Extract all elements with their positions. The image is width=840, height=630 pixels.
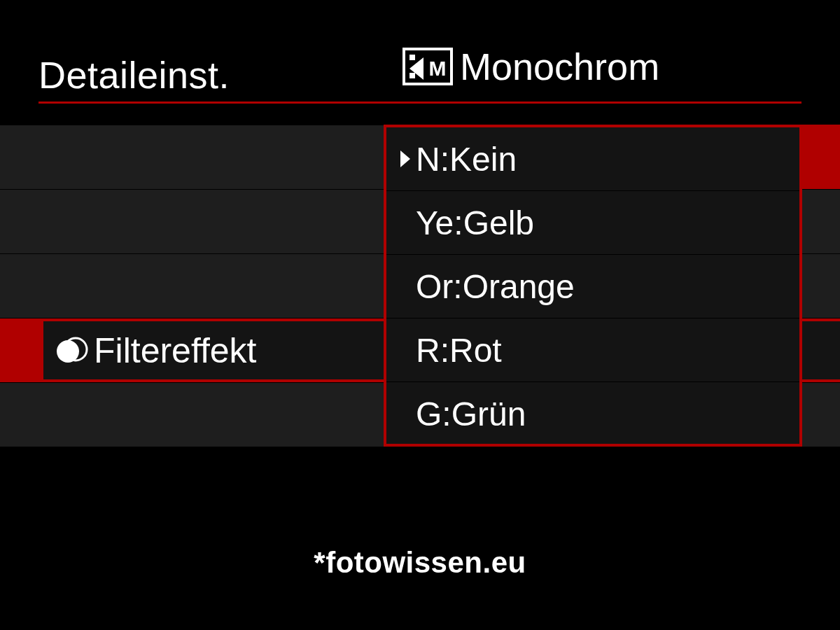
watermark-text: *fotowissen.eu <box>0 546 840 580</box>
svg-point-6 <box>57 340 79 363</box>
picture-style-monochrome-icon: M <box>402 48 453 85</box>
filter-option-green[interactable]: G:Grün <box>386 382 799 446</box>
svg-marker-8 <box>400 150 410 167</box>
svg-rect-1 <box>410 55 415 60</box>
filter-option-label: R:Rot <box>416 331 502 370</box>
filter-option-none[interactable]: N:Kein <box>386 127 799 191</box>
selection-accent <box>0 318 41 382</box>
filter-options-panel: N:Kein Ye:Gelb Or:Orange R:Rot G:Grün <box>384 125 802 447</box>
header-mode-group: M Monochrom <box>402 45 659 88</box>
filter-option-label: G:Grün <box>416 395 526 433</box>
selected-setting-label: Filtereffekt <box>94 330 257 371</box>
filter-option-yellow[interactable]: Ye:Gelb <box>386 191 799 255</box>
filter-effect-icon <box>55 334 88 368</box>
camera-menu-screen: Detaileinst. M Monochrom <box>0 0 840 630</box>
pointer-icon <box>400 150 416 167</box>
filter-option-orange[interactable]: Or:Orange <box>386 255 799 318</box>
filter-option-red[interactable]: R:Rot <box>386 318 799 382</box>
svg-rect-2 <box>410 73 415 78</box>
filter-option-label: N:Kein <box>416 140 517 178</box>
filter-option-label: Ye:Gelb <box>416 204 534 242</box>
selection-accent-right <box>802 125 840 189</box>
filter-option-label: Or:Orange <box>416 267 575 306</box>
svg-text:M: M <box>429 57 447 80</box>
page-title: Detaileinst. <box>38 53 230 97</box>
picture-style-mode-label: Monochrom <box>460 45 659 88</box>
header-bar: Detaileinst. M Monochrom <box>38 48 802 104</box>
